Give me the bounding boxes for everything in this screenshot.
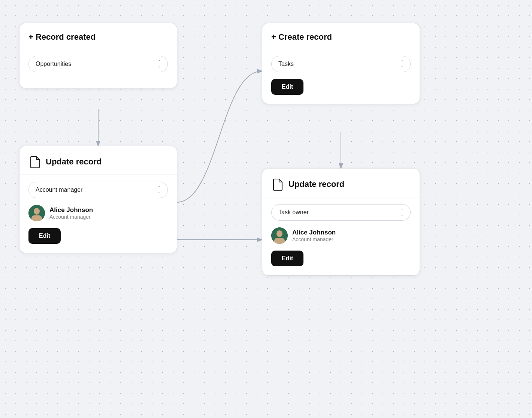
- user-row-left: Alice Johnson Account manager: [28, 205, 168, 221]
- tasks-dropdown[interactable]: Tasks: [271, 56, 411, 72]
- create-record-title: + Create record: [271, 32, 411, 42]
- user-row-right: Alice Johnson Account manager: [271, 227, 411, 244]
- user-role-right: Account manager: [292, 236, 336, 242]
- opportunities-dropdown[interactable]: Opportunities: [28, 56, 168, 72]
- card-divider: [19, 49, 177, 49]
- record-created-card: + Record created Opportunities: [19, 23, 177, 88]
- svg-rect-9: [274, 238, 285, 244]
- account-manager-label: Account manager: [36, 187, 82, 193]
- svg-rect-5: [31, 215, 42, 221]
- record-created-title: + Record created: [28, 32, 168, 42]
- update-record-right-title: Update record: [288, 179, 344, 189]
- card-divider: [262, 197, 420, 197]
- account-manager-dropdown[interactable]: Account manager: [28, 182, 168, 198]
- chevron-icon: [400, 208, 403, 216]
- chevron-icon: [158, 186, 161, 194]
- avatar-right: [271, 227, 288, 244]
- user-role-left: Account manager: [49, 214, 93, 220]
- opportunities-label: Opportunities: [36, 61, 71, 67]
- document-icon: [28, 155, 42, 169]
- user-name-right: Alice Johnson: [292, 229, 336, 236]
- avatar-left: [28, 205, 45, 221]
- task-owner-dropdown[interactable]: Task owner: [271, 204, 411, 221]
- svg-point-3: [34, 208, 40, 215]
- svg-point-7: [276, 230, 282, 237]
- chevron-icon: [158, 60, 161, 68]
- card-divider: [262, 49, 420, 49]
- update-record-left-title: Update record: [46, 157, 102, 167]
- chevron-icon: [400, 60, 403, 68]
- update-record-left-card: Update record Account manager Alice John…: [19, 146, 177, 253]
- tasks-label: Tasks: [278, 61, 294, 67]
- document-icon-right: [271, 178, 285, 191]
- card-divider: [19, 175, 177, 175]
- create-record-edit-button[interactable]: Edit: [271, 79, 303, 95]
- user-name-left: Alice Johnson: [49, 206, 93, 214]
- update-record-right-edit-button[interactable]: Edit: [271, 251, 303, 266]
- create-record-card: + Create record Tasks Edit: [262, 23, 420, 104]
- task-owner-label: Task owner: [278, 209, 309, 216]
- update-record-right-card: Update record Task owner Alice Johnson A…: [262, 169, 420, 275]
- update-record-left-edit-button[interactable]: Edit: [28, 228, 61, 244]
